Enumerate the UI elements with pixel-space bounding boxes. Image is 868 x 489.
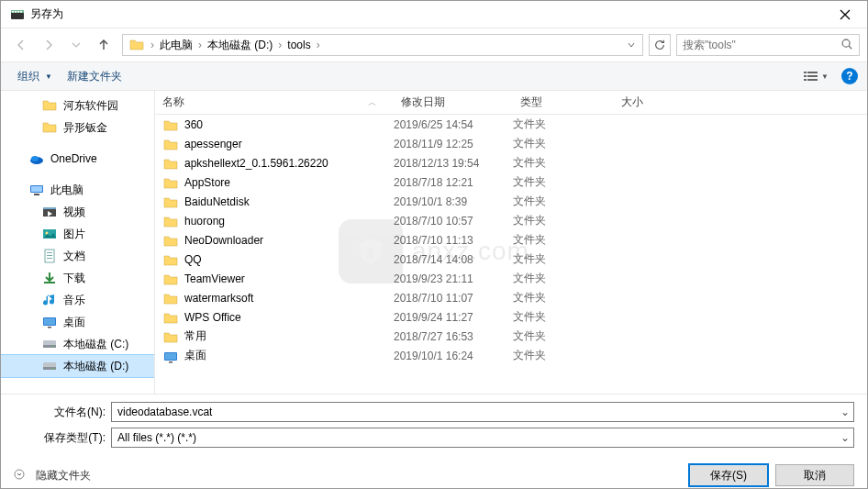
breadcrumb-item[interactable]: 本地磁盘 (D:) [204, 36, 276, 55]
sidebar-item[interactable]: 桌面 [1, 311, 154, 333]
forward-button[interactable] [36, 32, 61, 58]
svg-rect-2 [12, 11, 14, 13]
column-size[interactable]: 大小 [614, 91, 687, 114]
folder-icon [162, 214, 179, 228]
search-box[interactable] [676, 34, 860, 56]
file-type: 文件夹 [513, 271, 614, 286]
pc-icon [28, 182, 45, 198]
chevron-right-icon[interactable]: › [276, 39, 284, 51]
save-button[interactable]: 保存(S) [689, 464, 768, 486]
main-area: 河东软件园异形钣金OneDrive此电脑视频图片文档下载音乐桌面本地磁盘 (C:… [1, 91, 867, 394]
file-date: 2018/7/10 11:13 [394, 234, 513, 247]
sidebar-item-label: 下载 [63, 271, 85, 286]
column-date[interactable]: 修改日期 [394, 91, 513, 114]
chevron-right-icon[interactable]: › [315, 39, 322, 51]
back-button[interactable] [8, 32, 34, 58]
column-headers: 名称︿ 修改日期 类型 大小 [155, 91, 867, 115]
table-row[interactable]: TeamViewer2019/9/23 21:11文件夹 [155, 269, 867, 288]
desktop-icon [41, 314, 58, 330]
refresh-button[interactable] [649, 34, 671, 56]
file-type: 文件夹 [513, 309, 614, 325]
sidebar-item[interactable]: 文档 [1, 245, 154, 267]
table-row[interactable]: apessenger2018/11/9 12:25文件夹 [155, 134, 867, 153]
svg-rect-25 [47, 258, 52, 259]
close-button[interactable] [824, 2, 865, 28]
file-name: AppStore [184, 176, 230, 189]
organize-menu[interactable]: 组织▼ [10, 65, 60, 88]
svg-rect-4 [17, 11, 19, 13]
filetype-label: 保存类型(T): [14, 430, 111, 446]
sidebar-item-label: 异形钣金 [63, 120, 107, 136]
file-date: 2019/6/25 14:54 [394, 118, 513, 131]
svg-point-41 [15, 470, 24, 479]
table-row[interactable]: 常用2018/7/27 16:53文件夹 [155, 327, 867, 346]
sidebar-item[interactable]: 下载 [1, 267, 154, 289]
filename-input[interactable]: ⌄ [111, 402, 854, 422]
sidebar-item[interactable]: 河东软件园 [1, 94, 154, 117]
onedrive-icon [28, 150, 45, 167]
expand-icon[interactable] [14, 469, 25, 483]
title-bar: 另存为 [1, 1, 867, 28]
filename-label: 文件名(N): [14, 405, 111, 420]
file-date: 2018/7/18 12:21 [394, 176, 513, 189]
svg-rect-8 [807, 72, 818, 73]
chevron-down-icon[interactable]: ⌄ [837, 406, 853, 418]
new-folder-button[interactable]: 新建文件夹 [60, 65, 129, 88]
file-name: WPS Office [184, 311, 241, 324]
table-row[interactable]: watermarksoft2018/7/10 11:07文件夹 [155, 288, 867, 307]
svg-rect-9 [804, 75, 807, 77]
address-bar[interactable]: ›此电脑›本地磁盘 (D:)›tools› [122, 34, 643, 56]
disk-icon [41, 358, 58, 374]
documents-icon [41, 248, 58, 264]
app-icon [10, 7, 25, 22]
table-row[interactable]: apkshellext2_0.1.5961.262202018/12/13 19… [155, 153, 867, 172]
column-name[interactable]: 名称︿ [155, 91, 394, 114]
sidebar-item[interactable]: 视频 [1, 201, 154, 223]
sidebar-item[interactable]: 本地磁盘 (D:) [1, 355, 154, 377]
view-options[interactable]: ▼ [797, 66, 834, 86]
breadcrumb-item[interactable]: 此电脑 [156, 36, 196, 55]
table-row[interactable]: QQ2018/7/14 14:08文件夹 [155, 250, 867, 269]
table-row[interactable]: huorong2018/7/10 10:57文件夹 [155, 211, 867, 230]
sidebar-item[interactable]: 异形钣金 [1, 117, 154, 139]
file-list: 名称︿ 修改日期 类型 大小 3602019/6/25 14:54文件夹apes… [155, 91, 867, 394]
help-icon[interactable]: ? [841, 68, 858, 84]
chevron-down-icon[interactable]: ⌄ [837, 431, 853, 444]
file-name: watermarksoft [184, 292, 253, 305]
chevron-right-icon[interactable]: › [196, 39, 204, 51]
cancel-button[interactable]: 取消 [775, 464, 854, 486]
sidebar-item[interactable]: 本地磁盘 (C:) [1, 333, 154, 355]
search-input[interactable] [683, 39, 840, 51]
sidebar-item[interactable]: 音乐 [1, 289, 154, 311]
chevron-right-icon[interactable]: › [149, 39, 156, 51]
sidebar-item-label: 此电脑 [50, 183, 83, 198]
filetype-select[interactable]: ⌄ [111, 428, 854, 448]
sidebar-item[interactable]: OneDrive [1, 148, 154, 170]
sort-indicator-icon: ︿ [368, 96, 377, 109]
table-row[interactable]: 桌面2019/10/1 16:24文件夹 [155, 346, 867, 365]
file-name: huorong [184, 215, 225, 228]
table-row[interactable]: NeoDownloader2018/7/10 11:13文件夹 [155, 230, 867, 250]
file-date: 2018/7/27 16:53 [394, 330, 513, 343]
file-name: apessenger [184, 138, 242, 150]
recent-dropdown[interactable] [63, 32, 89, 58]
column-type[interactable]: 类型 [513, 91, 614, 114]
sidebar-item-label: 音乐 [63, 293, 85, 308]
table-row[interactable]: BaiduNetdisk2019/10/1 8:39文件夹 [155, 192, 867, 211]
hide-folders-link[interactable]: 隐藏文件夹 [36, 468, 91, 483]
svg-rect-3 [15, 11, 17, 13]
table-row[interactable]: 3602019/6/25 14:54文件夹 [155, 115, 867, 134]
file-type: 文件夹 [513, 348, 614, 363]
up-button[interactable] [91, 32, 117, 58]
svg-rect-26 [44, 282, 55, 283]
table-row[interactable]: AppStore2018/7/18 12:21文件夹 [155, 172, 867, 192]
svg-rect-5 [20, 11, 22, 13]
file-name: 常用 [184, 328, 206, 344]
sidebar-item[interactable]: 图片 [1, 223, 154, 245]
address-dropdown[interactable] [622, 40, 640, 50]
breadcrumb-item[interactable]: tools [284, 37, 314, 53]
sidebar-item[interactable]: 此电脑 [1, 179, 154, 201]
folder-icon [162, 329, 179, 344]
table-row[interactable]: WPS Office2019/9/24 11:27文件夹 [155, 307, 867, 327]
file-rows[interactable]: 3602019/6/25 14:54文件夹apessenger2018/11/9… [155, 115, 867, 394]
